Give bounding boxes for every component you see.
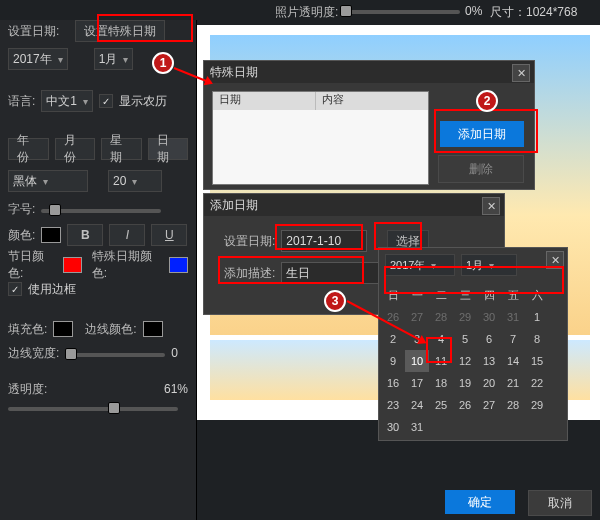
- festival-color-label: 节日颜色:: [8, 248, 57, 282]
- calendar-day[interactable]: 8: [525, 328, 549, 350]
- close-icon[interactable]: ✕: [482, 197, 500, 215]
- font-color-swatch[interactable]: [41, 227, 61, 243]
- calendar-day[interactable]: 9: [381, 350, 405, 372]
- underline-button[interactable]: U: [151, 224, 187, 246]
- calendar-day[interactable]: 11: [429, 350, 453, 372]
- calendar-day[interactable]: 5: [453, 328, 477, 350]
- calendar-day[interactable]: 14: [501, 350, 525, 372]
- calendar-day[interactable]: 31: [405, 416, 429, 438]
- language-dropdown[interactable]: 中文1▾: [41, 90, 93, 112]
- calendar-day[interactable]: 26: [453, 394, 477, 416]
- special-color-swatch[interactable]: [169, 257, 188, 273]
- calendar-day[interactable]: 21: [501, 372, 525, 394]
- photo-opacity-label: 照片透明度:: [275, 4, 338, 21]
- tab-year[interactable]: 年份: [8, 138, 49, 160]
- font-size-slider-label: 字号:: [8, 201, 35, 218]
- calendar-day[interactable]: 27: [405, 306, 429, 328]
- month-dropdown[interactable]: 1月▾: [94, 48, 134, 70]
- italic-button[interactable]: I: [109, 224, 145, 246]
- cancel-button[interactable]: 取消: [528, 490, 592, 516]
- calendar-day[interactable]: 12: [453, 350, 477, 372]
- tab-month[interactable]: 月份: [55, 138, 96, 160]
- add-desc-label: 添加描述:: [224, 265, 275, 282]
- opacity-slider[interactable]: [8, 405, 178, 409]
- calendar-day[interactable]: 10: [405, 350, 429, 372]
- add-date-button[interactable]: 添加日期: [440, 121, 524, 147]
- show-lunar-checkbox[interactable]: ✓: [99, 94, 113, 108]
- photo-opacity-slider[interactable]: [340, 8, 460, 16]
- border-color-swatch[interactable]: [143, 321, 163, 337]
- font-size-slider[interactable]: [41, 207, 161, 211]
- calendar-dow: 日: [381, 284, 405, 306]
- border-width-slider[interactable]: [65, 351, 165, 355]
- chevron-down-icon: ▾: [58, 54, 63, 65]
- font-family-dropdown[interactable]: 黑体▾: [8, 170, 88, 192]
- col-content-header: 内容: [315, 92, 428, 110]
- chevron-down-icon: ▾: [489, 260, 494, 271]
- calendar-day[interactable]: 13: [477, 350, 501, 372]
- calendar-day[interactable]: 29: [525, 394, 549, 416]
- calendar-dow: 一: [405, 284, 429, 306]
- calendar-day[interactable]: 23: [381, 394, 405, 416]
- border-width-value: 0: [171, 346, 178, 360]
- set-special-date-button[interactable]: 设置特殊日期: [75, 20, 165, 42]
- calendar-day[interactable]: 20: [477, 372, 501, 394]
- close-icon[interactable]: ✕: [546, 251, 564, 269]
- calendar-day[interactable]: 4: [429, 328, 453, 350]
- color-label: 颜色:: [8, 227, 35, 244]
- calendar-day[interactable]: 7: [501, 328, 525, 350]
- close-icon[interactable]: ✕: [512, 64, 530, 82]
- calendar-dow: 五: [501, 284, 525, 306]
- fill-color-label: 填充色:: [8, 321, 47, 338]
- calendar-month-value: 1月: [466, 258, 483, 273]
- font-size-dropdown[interactable]: 20▾: [108, 170, 162, 192]
- add-date-value-field[interactable]: 2017-1-10: [281, 230, 367, 252]
- calendar-day[interactable]: 31: [501, 306, 525, 328]
- year-dropdown[interactable]: 2017年▾: [8, 48, 68, 70]
- calendar-month-dropdown[interactable]: 1月▾: [461, 254, 517, 276]
- calendar-day[interactable]: 17: [405, 372, 429, 394]
- font-size-value: 20: [113, 174, 126, 188]
- calendar-day[interactable]: 15: [525, 350, 549, 372]
- chevron-down-icon: ▾: [43, 176, 48, 187]
- border-width-label: 边线宽度:: [8, 345, 59, 362]
- language-label: 语言:: [8, 93, 35, 110]
- delete-date-button[interactable]: 删除: [438, 155, 524, 183]
- calendar-dow: 二: [429, 284, 453, 306]
- calendar-day[interactable]: 30: [477, 306, 501, 328]
- use-border-checkbox[interactable]: ✓: [8, 282, 22, 296]
- ok-button[interactable]: 确定: [445, 490, 515, 514]
- calendar-popup: ✕ 2017年▾ 1月▾ 日一二三四五六 2627282930311234567…: [378, 247, 568, 441]
- calendar-year-dropdown[interactable]: 2017年▾: [385, 254, 455, 276]
- calendar-day[interactable]: 24: [405, 394, 429, 416]
- calendar-day[interactable]: 30: [381, 416, 405, 438]
- tab-week[interactable]: 星期: [101, 138, 142, 160]
- calendar-day[interactable]: 22: [525, 372, 549, 394]
- calendar-day[interactable]: 28: [429, 306, 453, 328]
- special-dates-panel: 特殊日期✕ 日期 内容 添加日期 删除: [203, 60, 535, 190]
- calendar-day[interactable]: 28: [501, 394, 525, 416]
- add-date-set-label: 设置日期:: [224, 233, 275, 250]
- calendar-day[interactable]: 6: [477, 328, 501, 350]
- calendar-day[interactable]: 16: [381, 372, 405, 394]
- calendar-day[interactable]: 19: [453, 372, 477, 394]
- calendar-dow: 六: [525, 284, 549, 306]
- calendar-day[interactable]: 29: [453, 306, 477, 328]
- bold-button[interactable]: B: [67, 224, 103, 246]
- calendar-day[interactable]: 18: [429, 372, 453, 394]
- tab-day[interactable]: 日期: [148, 138, 189, 160]
- calendar-year-value: 2017年: [390, 258, 425, 273]
- chevron-down-icon: ▾: [123, 54, 128, 65]
- calendar-day[interactable]: 1: [525, 306, 549, 328]
- canvas-size-label: 尺寸：1024*768: [490, 4, 577, 21]
- show-lunar-label: 显示农历: [119, 93, 167, 110]
- festival-color-swatch[interactable]: [63, 257, 82, 273]
- use-border-label: 使用边框: [28, 281, 76, 298]
- calendar-day[interactable]: 25: [429, 394, 453, 416]
- special-dates-title: 特殊日期: [210, 64, 258, 81]
- chevron-down-icon: ▾: [431, 260, 436, 271]
- opacity-value: 61%: [164, 382, 188, 396]
- fill-color-swatch[interactable]: [53, 321, 73, 337]
- col-date-header: 日期: [213, 92, 315, 110]
- calendar-day[interactable]: 27: [477, 394, 501, 416]
